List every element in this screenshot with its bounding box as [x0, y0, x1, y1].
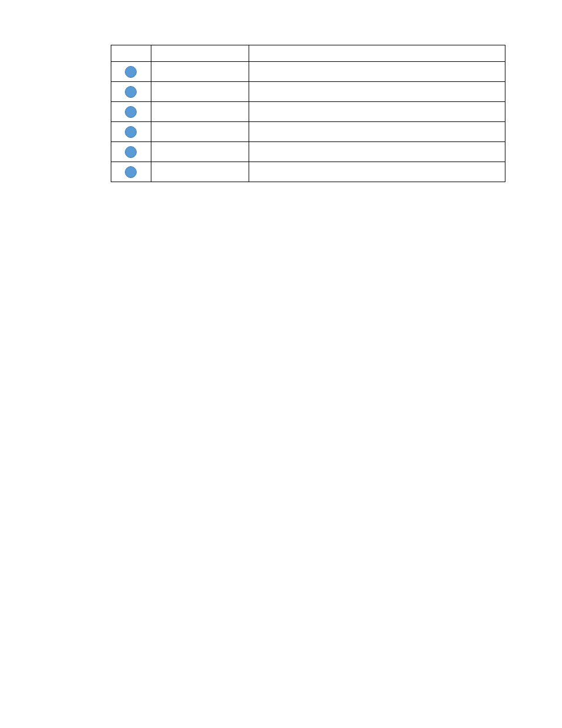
cell-col2: [151, 122, 249, 142]
table-container: [111, 45, 505, 182]
cell-dot: [111, 142, 151, 162]
table-row: [111, 102, 505, 122]
table-row: [111, 82, 505, 102]
cell-col3: [249, 82, 505, 102]
cell-col2: [151, 82, 249, 102]
cell-col3: [249, 162, 505, 182]
table-row: [111, 162, 505, 182]
cell-dot: [111, 102, 151, 122]
header-cell-1: [111, 45, 151, 62]
table-row: [111, 142, 505, 162]
table-row: [111, 62, 505, 82]
header-cell-3: [249, 45, 505, 62]
bullet-dot-icon: [125, 86, 137, 98]
bullet-dot-icon: [125, 146, 137, 158]
bullet-dot-icon: [125, 66, 137, 78]
cell-col3: [249, 102, 505, 122]
cell-dot: [111, 62, 151, 82]
cell-dot: [111, 162, 151, 182]
cell-col3: [249, 142, 505, 162]
cell-col2: [151, 62, 249, 82]
header-cell-2: [151, 45, 249, 62]
cell-col2: [151, 162, 249, 182]
cell-col3: [249, 62, 505, 82]
bullet-dot-icon: [125, 166, 137, 178]
bullet-dot-icon: [125, 106, 137, 118]
bullet-dot-icon: [125, 126, 137, 138]
table-row: [111, 122, 505, 142]
cell-col2: [151, 142, 249, 162]
cell-col3: [249, 122, 505, 142]
cell-col2: [151, 102, 249, 122]
cell-dot: [111, 82, 151, 102]
table-header-row: [111, 45, 505, 62]
data-table: [111, 45, 505, 182]
cell-dot: [111, 122, 151, 142]
